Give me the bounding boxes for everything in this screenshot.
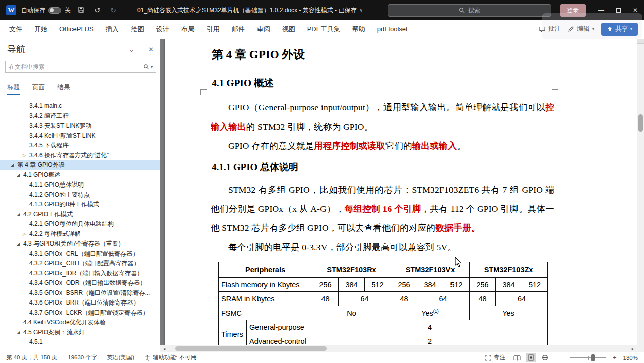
nav-item-label: 4.1.2 GPIO的主要特点 <box>0 190 90 200</box>
save-button[interactable] <box>76 6 87 15</box>
body-line: 他 STM32 芯片有多少组 GPIO，可以去查看他们的对应的数据手册。 <box>211 218 554 237</box>
nav-item[interactable]: ◢第 4 章 GPIO外设 <box>0 160 160 170</box>
search-placeholder: 搜索 <box>468 6 480 15</box>
focus-mode-button[interactable]: 专注 <box>485 354 505 361</box>
ribbon-tab-7[interactable]: 引用 <box>201 20 226 38</box>
nav-item[interactable]: ▷4.2.2 每种模式详解 <box>0 229 160 239</box>
nav-search-tools[interactable]: ▾ <box>143 64 156 70</box>
minimize-button[interactable]: — <box>593 0 610 20</box>
accessibility-indicator[interactable]: 辅助功能: 不可用 <box>144 354 197 361</box>
print-layout-button[interactable] <box>526 353 536 362</box>
ribbon-tab-9[interactable]: 审阅 <box>251 20 276 38</box>
ribbon-tab-12[interactable]: 帮助 <box>346 20 371 38</box>
table-cell: 4 <box>312 320 548 334</box>
horizontal-scrollbar[interactable]: ◂ ▸ <box>160 345 637 352</box>
nav-item[interactable]: 3.4.4 Keil中配置ST-LINK <box>0 131 160 141</box>
scrollbar-split-handle[interactable] <box>637 39 644 44</box>
login-button[interactable]: 登录 <box>560 4 586 17</box>
zoom-slider[interactable] <box>570 357 606 358</box>
nav-item[interactable]: 4.3.7 GPIOx_LCKR（端口配置锁定寄存器） <box>0 308 160 318</box>
nav-item[interactable]: 4.3.6 GPIOx_BRR（端口位清除寄存器） <box>0 298 160 308</box>
word-count-indicator[interactable]: 19630 个字 <box>68 354 97 361</box>
nav-item[interactable]: 3.4.5 下载程序 <box>0 141 160 151</box>
nav-item[interactable]: ◢4.2 GPIO工作模式 <box>0 210 160 220</box>
nav-item-label: 3.4.5 下载程序 <box>0 141 69 151</box>
document-page[interactable]: PeripheralsSTM32F103RxSTM32F103VxSTM32F1… <box>165 39 637 345</box>
nav-expand-arrow[interactable]: ◢ <box>17 210 20 220</box>
nav-expand-arrow[interactable]: ◢ <box>11 160 14 170</box>
language-indicator[interactable]: 英语(美国) <box>107 354 134 361</box>
nav-item[interactable]: 4.3.4 GPIOx_ODR（端口输出数据寄存器） <box>0 278 160 288</box>
nav-item[interactable]: 4.2.1 GPIO每位的具体电路结构 <box>0 219 160 229</box>
nav-tab-0[interactable]: 标题 <box>7 83 20 95</box>
close-button[interactable]: ✕ <box>627 0 644 20</box>
table-cell: 48 <box>312 292 339 306</box>
ribbon-tab-2[interactable]: OfficePLUS <box>53 20 100 38</box>
nav-item[interactable]: ◢4.5 GPIO案例：流水灯 <box>0 328 160 338</box>
nav-expand-arrow[interactable]: ▷ <box>23 151 26 161</box>
scroll-right-arrow[interactable]: ▸ <box>629 346 637 351</box>
nav-tab-1[interactable]: 页面 <box>32 83 45 95</box>
autosave-toggle[interactable]: 自动保存 关 <box>21 6 71 15</box>
document-title[interactable]: 01_尚硅谷嵌入式技术之STM32单片机（基础篇）1.0.2.docx - 兼容… <box>137 6 363 15</box>
nav-item[interactable]: ◢4.1 GPIO概述 <box>0 170 160 180</box>
read-mode-button[interactable] <box>512 353 522 362</box>
editing-mode-button[interactable]: 编辑 ▾ <box>568 25 594 33</box>
nav-item[interactable]: 4.3.3 GPIOx_IDR（端口输入数据寄存器） <box>0 269 160 279</box>
nav-item[interactable]: 4.5.1 <box>0 337 160 347</box>
ribbon-tab-3[interactable]: 插入 <box>100 20 125 38</box>
redo-button[interactable]: ↻ <box>108 6 119 14</box>
nav-item[interactable]: 4.1.1 GPIO总体说明 <box>0 180 160 190</box>
ribbon-tab-13[interactable]: pdf toolset <box>371 20 414 38</box>
nav-tab-2[interactable]: 结果 <box>57 83 70 95</box>
ribbon-tab-4[interactable]: 绘图 <box>125 20 150 38</box>
nav-close-icon[interactable]: ✕ <box>148 46 154 53</box>
autosave-toggle-pill[interactable] <box>48 7 61 14</box>
nav-expand-arrow[interactable]: ◢ <box>17 170 20 180</box>
ribbon-tab-6[interactable]: 布局 <box>175 20 201 38</box>
nav-item[interactable]: ▷3.4.6 操作寄存器方式的“进化” <box>0 151 160 161</box>
zoom-in-button[interactable]: + <box>613 354 617 361</box>
vertical-scrollbar[interactable] <box>637 39 644 352</box>
nav-item[interactable]: 3.4.1 main.c <box>0 101 160 111</box>
nav-item[interactable]: 4.3.1 GPIOx_CRL（端口配置低寄存器） <box>0 249 160 259</box>
horizontal-scroll-thumb[interactable] <box>175 346 327 351</box>
nav-item[interactable]: 4.4 Keil+VSCode优化开发体验 <box>0 318 160 328</box>
undo-button[interactable]: ↺ <box>92 6 103 14</box>
page-number-indicator[interactable]: 第 40 页，共 158 页 <box>6 354 57 361</box>
nav-item[interactable]: 3.4.3 安装ST-LINK驱动 <box>0 121 160 131</box>
ribbon-tab-5[interactable]: 设计 <box>150 20 175 38</box>
nav-expand-arrow[interactable]: ▷ <box>23 229 26 239</box>
comments-button[interactable]: 批注 <box>539 25 561 33</box>
web-layout-button[interactable] <box>540 353 550 362</box>
title-search-box[interactable]: 搜索 <box>388 4 551 17</box>
nav-collapse-chevron-icon[interactable]: ⌄ <box>128 46 134 53</box>
nav-item[interactable]: 3.4.2 编译工程 <box>0 111 160 122</box>
chevron-down-icon: ∨ <box>359 8 363 13</box>
print-layout-icon <box>528 354 534 361</box>
nav-expand-arrow[interactable]: ◢ <box>17 328 20 338</box>
ribbon-tab-10[interactable]: 视图 <box>276 20 301 38</box>
nav-item[interactable]: 4.1.2 GPIO的主要特点 <box>0 190 160 200</box>
nav-expand-arrow[interactable]: ◢ <box>17 239 20 249</box>
table-cell: 48 <box>391 292 417 306</box>
nav-item[interactable]: 4.3.5 GPIOx_BSRR（端口位设置/清除寄存... <box>0 288 160 298</box>
autosave-label: 自动保存 <box>21 6 45 15</box>
zoom-out-button[interactable]: — <box>557 354 563 361</box>
scroll-left-arrow[interactable]: ◂ <box>160 346 168 351</box>
ribbon-tab-file[interactable]: 文件 <box>3 20 28 38</box>
nav-item[interactable]: 4.3.2 GPIOx_CRH（端口配置高寄存器） <box>0 259 160 269</box>
nav-search-input[interactable] <box>6 63 143 70</box>
share-icon <box>607 26 613 32</box>
ribbon-tab-8[interactable]: 邮件 <box>226 20 251 38</box>
horizontal-scroll-track[interactable] <box>168 345 629 352</box>
ribbon-tab-1[interactable]: 开始 <box>28 20 53 38</box>
share-button[interactable]: 共享 ▾ <box>601 23 638 36</box>
ribbon-tab-11[interactable]: PDF工具集 <box>301 20 346 38</box>
zoom-slider-thumb[interactable] <box>591 354 595 361</box>
nav-item[interactable]: ◢4.3 与GPIO相关的7个寄存器（重要） <box>0 239 160 249</box>
zoom-percentage[interactable]: 130% <box>623 355 638 361</box>
vertical-scroll-thumb[interactable] <box>638 114 643 132</box>
nav-item[interactable]: 4.1.3 GPIO的8种工作模式 <box>0 200 160 210</box>
maximize-button[interactable] <box>610 0 627 20</box>
